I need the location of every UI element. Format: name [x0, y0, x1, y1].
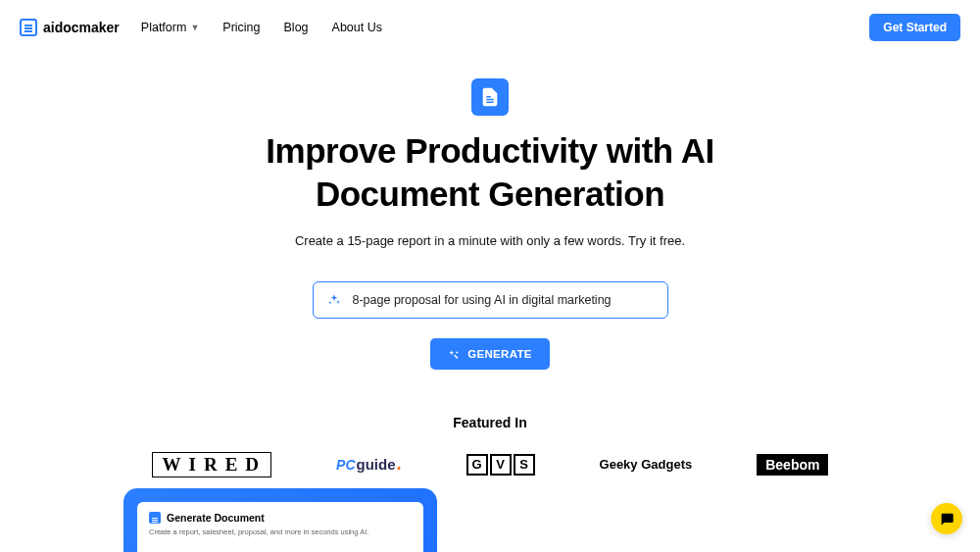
nav-links: Platform ▼ Pricing Blog About Us — [141, 21, 382, 34]
subtitle: Create a 15-page report in a minute with… — [0, 233, 980, 248]
prompt-text: 8-page proposal for using AI in digital … — [353, 293, 612, 307]
page-title: Improve Productivity with AI Document Ge… — [0, 129, 980, 216]
featured-section: Featured In WIRED PC guide . G V S Geeky… — [0, 415, 980, 477]
nav-link-label: Platform — [141, 21, 187, 34]
logo-geeky-gadgets: Geeky Gadgets — [600, 457, 693, 472]
chat-icon — [939, 511, 955, 527]
nav-link-label: Pricing — [222, 21, 260, 34]
logo-gvs: G V S — [466, 454, 535, 476]
nav-link-label: Blog — [284, 21, 309, 34]
sparkle-icon — [327, 293, 341, 307]
gvs-letter: G — [466, 454, 488, 476]
logo-pcguide: PC guide . — [336, 454, 401, 475]
brand-name: aidocmaker — [43, 20, 120, 35]
generate-button[interactable]: GENERATE — [430, 338, 549, 370]
preview-header: Generate Document — [149, 512, 412, 524]
get-started-button[interactable]: Get Started — [869, 14, 960, 41]
nav-left: aidocmaker Platform ▼ Pricing Blog About… — [20, 19, 382, 36]
document-icon — [20, 19, 37, 36]
hero-section: Improve Productivity with AI Document Ge… — [0, 55, 980, 370]
preview-card: Generate Document Create a report, sales… — [137, 502, 423, 552]
preview-desc: Create a report, salesheet, proposal, an… — [149, 527, 412, 536]
pcguide-guide: guide — [357, 456, 396, 473]
hero-document-icon — [471, 78, 509, 116]
logo-beebom: Beebom — [757, 454, 828, 476]
generate-label: GENERATE — [467, 348, 531, 360]
chat-button[interactable] — [931, 503, 962, 534]
nav-link-label: About Us — [332, 21, 382, 34]
nav-pricing[interactable]: Pricing — [222, 21, 260, 34]
title-line-2: Document Generation — [316, 175, 664, 213]
document-icon — [149, 512, 161, 524]
brand-logo[interactable]: aidocmaker — [20, 19, 120, 36]
preview-title: Generate Document — [167, 512, 265, 524]
featured-title: Featured In — [0, 415, 980, 430]
gvs-letter: V — [490, 454, 512, 476]
preview-panel: Generate Document Create a report, sales… — [123, 488, 437, 552]
title-line-1: Improve Productivity with AI — [266, 131, 713, 170]
top-nav: aidocmaker Platform ▼ Pricing Blog About… — [0, 0, 980, 55]
prompt-input[interactable]: 8-page proposal for using AI in digital … — [313, 281, 668, 319]
wand-icon — [448, 348, 460, 360]
pcguide-dot: . — [397, 454, 402, 475]
pcguide-pc: PC — [336, 457, 355, 473]
featured-logos: WIRED PC guide . G V S Geeky Gadgets Bee… — [0, 452, 980, 477]
gvs-letter: S — [514, 454, 535, 476]
nav-about[interactable]: About Us — [332, 21, 382, 34]
logo-wired: WIRED — [152, 452, 272, 477]
nav-platform[interactable]: Platform ▼ — [141, 21, 199, 34]
chevron-down-icon: ▼ — [190, 23, 199, 32]
nav-blog[interactable]: Blog — [284, 21, 309, 34]
